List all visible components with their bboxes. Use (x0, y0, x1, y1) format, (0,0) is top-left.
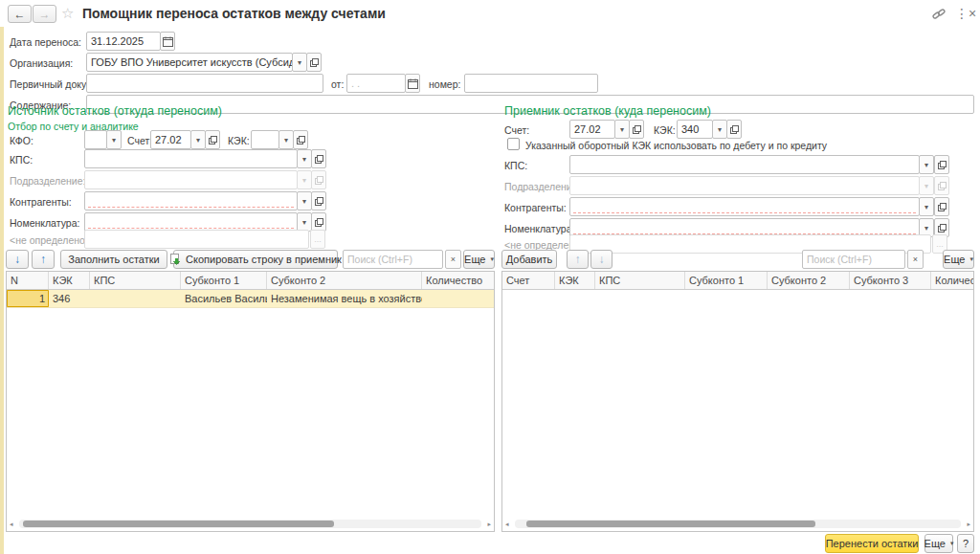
doc-date-calendar-icon[interactable] (405, 74, 420, 93)
doc-date-label: от: (331, 78, 344, 90)
source-kfo-dropdown-icon[interactable]: ▾ (106, 130, 122, 149)
transfer-balances-button[interactable]: Перенести остатки (825, 534, 919, 553)
receiver-scroll-right-icon[interactable]: ▸ (967, 520, 970, 528)
doc-number-field[interactable] (464, 74, 598, 93)
source-col-subconto1[interactable]: Субконто 1 (181, 272, 267, 289)
receiver-search-input[interactable] (802, 250, 905, 269)
receiver-kps-open-icon[interactable] (934, 155, 949, 174)
receiver-col-subconto2[interactable]: Субконто 2 (768, 272, 850, 289)
receiver-col-subconto1[interactable]: Субконто 1 (685, 272, 768, 289)
balance-transfer-assistant-window: ← → ☆ Помощник переноса остатков между с… (0, 0, 980, 554)
receiver-account-field[interactable]: 27.02 (569, 120, 615, 139)
get-link-icon[interactable] (932, 8, 946, 24)
source-kek-field[interactable] (251, 130, 279, 149)
source-col-quantity[interactable]: Количество (422, 272, 494, 289)
forward-button[interactable]: → (33, 5, 56, 23)
source-nomenclature-dropdown-icon[interactable]: ▾ (297, 212, 312, 232)
source-kps-open-icon[interactable] (311, 149, 326, 168)
source-account-label: Счет: (127, 135, 152, 146)
receiver-kek-field[interactable]: 340 (677, 120, 713, 139)
source-col-kps[interactable]: КПС (90, 272, 181, 289)
transfer-date-field[interactable]: 31.12.2025 (86, 32, 161, 51)
receiver-section-title: Приемник остатков (куда переносим) (504, 104, 711, 118)
receiver-col-kek[interactable]: КЭК (555, 272, 595, 289)
doc-date-field[interactable]: . . (346, 74, 406, 93)
source-scroll-left-icon[interactable]: ◂ (10, 520, 13, 528)
receiver-counterparties-open-icon[interactable] (934, 197, 949, 216)
receiver-counterparties-dropdown-icon[interactable]: ▾ (919, 197, 934, 216)
close-icon[interactable]: × (969, 6, 976, 21)
source-counterparties-open-icon[interactable] (311, 191, 326, 211)
copy-row-to-receiver-button[interactable]: Скопировать строку в приемник (173, 250, 338, 269)
source-table-header: N КЭК КПС Субконто 1 Субконто 2 Количест… (7, 272, 494, 290)
favorite-star-icon[interactable]: ☆ (61, 6, 74, 21)
source-counterparties-label: Контрагенты: (10, 196, 72, 208)
source-counterparties-field[interactable] (84, 191, 298, 211)
source-kek-label: КЭК: (228, 135, 250, 146)
receiver-col-account[interactable]: Счет (502, 272, 555, 289)
source-search-clear-icon[interactable]: × (445, 250, 461, 269)
receiver-table: Счет КЭК КПС Субконто 1 Субконто 2 Субко… (501, 271, 974, 532)
organization-open-icon[interactable] (306, 53, 322, 72)
source-search-input[interactable] (343, 250, 443, 269)
source-department-label: Подразделение: (10, 175, 85, 187)
source-more-button[interactable]: Еще ▾ (463, 250, 495, 269)
copy-row-label: Скопировать строку в приемник (186, 254, 342, 265)
source-more-label: Еще (464, 254, 485, 265)
source-col-subconto2[interactable]: Субконто 2 (267, 272, 422, 289)
receiver-kek-open-icon[interactable] (726, 120, 742, 139)
receiver-account-open-icon[interactable] (629, 120, 644, 139)
source-account-dropdown-icon[interactable]: ▾ (190, 130, 206, 149)
footer-more-label: Еще (924, 538, 946, 549)
source-move-down-button[interactable]: ↓ (6, 250, 29, 269)
organization-dropdown-icon[interactable]: ▾ (292, 53, 307, 72)
receiver-search-clear-icon[interactable]: × (907, 250, 924, 269)
primary-doc-field[interactable] (86, 74, 323, 93)
receiver-kps-field[interactable] (569, 155, 920, 174)
source-move-up-button[interactable]: ↑ (32, 250, 55, 269)
back-button[interactable]: ← (8, 5, 32, 23)
source-department-open-icon (311, 170, 326, 189)
source-col-n[interactable]: N (7, 272, 49, 289)
more-menu-icon[interactable]: ⋮ (955, 6, 969, 21)
receiver-kek-dropdown-icon[interactable]: ▾ (712, 120, 727, 139)
source-kek-dropdown-icon[interactable]: ▾ (278, 130, 294, 149)
source-kfo-field[interactable] (84, 130, 107, 149)
receiver-move-up-button[interactable]: ↑ (567, 250, 589, 269)
receiver-account-dropdown-icon[interactable]: ▾ (614, 120, 630, 139)
add-row-button[interactable]: Добавить (501, 250, 557, 269)
source-h-scrollbar-thumb[interactable] (23, 521, 334, 527)
source-h-scrollbar[interactable] (19, 520, 481, 528)
source-nomenclature-field[interactable] (84, 212, 298, 232)
source-scroll-right-icon[interactable]: ▸ (487, 520, 491, 528)
receiver-kps-dropdown-icon[interactable]: ▾ (919, 155, 934, 174)
source-col-kek[interactable]: КЭК (49, 272, 90, 289)
receiver-counterparties-field[interactable] (569, 197, 920, 216)
receiver-scroll-left-icon[interactable]: ◂ (505, 520, 509, 528)
use-kek-debit-credit-checkbox[interactable] (507, 138, 520, 150)
source-counterparties-dropdown-icon[interactable]: ▾ (297, 191, 312, 211)
source-row-cell-subconto2: Незаменимая вещь в хозяйстве (267, 290, 422, 307)
receiver-col-quantity[interactable]: Количество (931, 272, 973, 289)
source-table-row[interactable]: 1 346 Васильев Василь ... Незаменимая ве… (7, 290, 494, 308)
receiver-more-button[interactable]: Еще ▾ (943, 250, 974, 269)
forward-icon: → (39, 8, 51, 21)
help-button[interactable]: ? (957, 534, 974, 553)
footer-more-caret-icon: ▾ (950, 540, 954, 547)
receiver-col-subconto3[interactable]: Субконто 3 (850, 272, 931, 289)
receiver-move-down-button[interactable]: ↓ (590, 250, 612, 269)
calendar-icon[interactable] (160, 32, 175, 51)
receiver-h-scrollbar-thumb[interactable] (526, 521, 815, 527)
source-nomenclature-open-icon[interactable] (311, 212, 326, 232)
source-kps-field[interactable] (84, 149, 298, 168)
source-account-open-icon[interactable] (205, 130, 220, 149)
source-kek-open-icon[interactable] (293, 130, 308, 149)
footer-more-button[interactable]: Еще ▾ (924, 534, 953, 553)
receiver-col-kps[interactable]: КПС (595, 272, 685, 289)
receiver-h-scrollbar[interactable] (515, 520, 961, 528)
source-account-field[interactable]: 27.02 (150, 130, 191, 149)
fill-balances-button[interactable]: Заполнить остатки (60, 250, 167, 269)
source-kps-dropdown-icon[interactable]: ▾ (297, 149, 312, 168)
organization-field[interactable]: ГОБУ ВПО Университет искусств (Субсидия) (86, 53, 293, 72)
source-table: N КЭК КПС Субконто 1 Субконто 2 Количест… (6, 271, 495, 532)
